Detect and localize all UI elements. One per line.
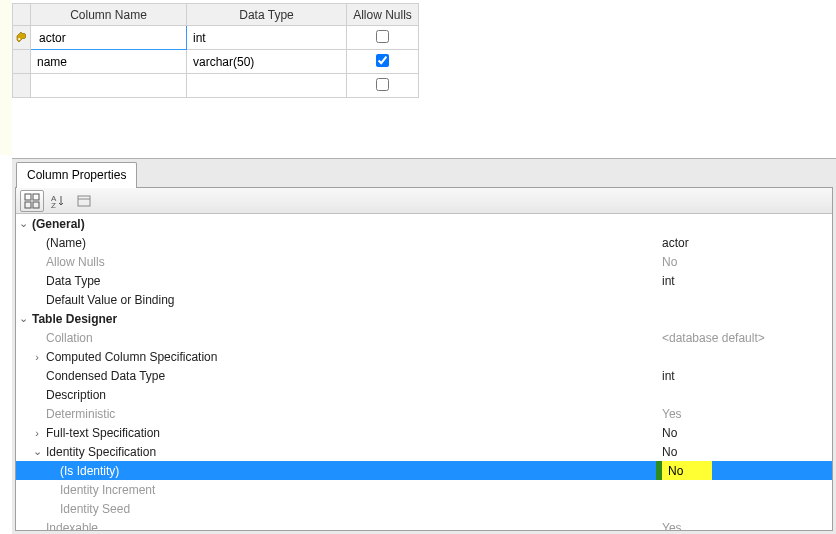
prop-label: Collation [44,331,656,345]
allow-nulls-checkbox[interactable] [376,54,389,67]
categorized-icon [24,193,40,209]
prop-value[interactable]: No [656,445,832,459]
cell-allow-nulls[interactable] [347,50,419,74]
cell-data-type[interactable]: varchar(50) [187,50,347,74]
svg-rect-4 [33,202,39,208]
prop-label: Description [44,388,656,402]
prop-condensed-type[interactable]: Condensed Data Type int [16,366,832,385]
prop-collation[interactable]: Collation <database default> [16,328,832,347]
prop-identity-increment[interactable]: Identity Increment [16,480,832,499]
prop-deterministic[interactable]: Deterministic Yes [16,404,832,423]
prop-is-identity[interactable]: (Is Identity) No [16,461,832,480]
prop-identity-spec[interactable]: ⌄ Identity Specification No [16,442,832,461]
prop-identity-seed[interactable]: Identity Seed [16,499,832,518]
svg-rect-1 [25,194,31,200]
prop-label: Computed Column Specification [44,350,656,364]
prop-fulltext[interactable]: › Full-text Specification No [16,423,832,442]
prop-name[interactable]: (Name) actor [16,233,832,252]
cell-column-name[interactable]: name [31,50,187,74]
svg-rect-3 [25,202,31,208]
categorized-button[interactable] [20,190,44,212]
svg-point-0 [18,38,20,40]
prop-label: Identity Specification [44,445,656,459]
prop-value[interactable]: <database default> [656,331,832,345]
prop-label: Default Value or Binding [44,293,656,307]
prop-label: Indexable [44,521,656,531]
header-allow-nulls[interactable]: Allow Nulls [347,4,419,26]
tab-column-properties[interactable]: Column Properties [16,162,137,188]
prop-value[interactable]: Yes [656,407,832,421]
prop-value[interactable]: int [656,369,832,383]
column-properties-panel: Column Properties AZ ⌄ (General) (Name) … [12,158,836,534]
cell-data-type[interactable] [187,74,347,98]
prop-value[interactable]: No [662,461,712,480]
left-gutter [0,0,12,155]
header-column-name[interactable]: Column Name [31,4,187,26]
cell-allow-nulls[interactable] [347,26,419,50]
prop-value[interactable]: Yes [656,521,832,531]
table-row[interactable] [13,74,419,98]
column-name-input[interactable] [37,27,180,49]
properties-container: AZ ⌄ (General) (Name) actor Allow Nulls … [15,187,833,531]
svg-rect-7 [78,196,90,206]
category-label: (General) [30,217,656,231]
columns-table[interactable]: Column Name Data Type Allow Nulls int na… [12,3,419,98]
collapse-icon[interactable]: ⌄ [30,445,44,458]
prop-allow-nulls[interactable]: Allow Nulls No [16,252,832,271]
category-label: Table Designer [30,312,656,326]
category-table-designer[interactable]: ⌄ Table Designer [16,309,832,328]
cell-allow-nulls[interactable] [347,74,419,98]
row-header-blank [13,4,31,26]
prop-label: (Is Identity) [58,464,656,478]
table-row[interactable]: name varchar(50) [13,50,419,74]
prop-label: Data Type [44,274,656,288]
alphabetical-button[interactable]: AZ [46,190,70,212]
prop-description[interactable]: Description [16,385,832,404]
column-designer-grid: Column Name Data Type Allow Nulls int na… [0,0,836,155]
category-general[interactable]: ⌄ (General) [16,214,832,233]
prop-label: Deterministic [44,407,656,421]
prop-label: Identity Increment [58,483,656,497]
svg-text:Z: Z [51,201,56,209]
prop-label: Full-text Specification [44,426,656,440]
prop-value-wrap[interactable]: No [656,461,712,480]
prop-label: Allow Nulls [44,255,656,269]
prop-value[interactable]: No [656,426,832,440]
property-pages-button[interactable] [72,190,96,212]
svg-rect-2 [33,194,39,200]
allow-nulls-checkbox[interactable] [376,78,389,91]
prop-label: (Name) [44,236,656,250]
prop-default-value[interactable]: Default Value or Binding [16,290,832,309]
pages-icon [76,193,92,209]
allow-nulls-checkbox[interactable] [376,30,389,43]
prop-computed-column[interactable]: › Computed Column Specification [16,347,832,366]
expand-icon[interactable]: › [30,427,44,439]
sort-az-icon: AZ [50,193,66,209]
row-selector[interactable] [13,74,31,98]
prop-value[interactable]: int [656,274,832,288]
expand-icon[interactable]: › [30,351,44,363]
property-grid[interactable]: ⌄ (General) (Name) actor Allow Nulls No … [16,214,832,530]
prop-value[interactable]: actor [656,236,832,250]
collapse-icon[interactable]: ⌄ [16,312,30,325]
tab-bar: Column Properties [12,159,836,187]
collapse-icon[interactable]: ⌄ [16,217,30,230]
prop-indexable[interactable]: Indexable Yes [16,518,832,530]
primary-key-icon [15,29,29,43]
prop-value[interactable]: No [656,255,832,269]
prop-label: Identity Seed [58,502,656,516]
cell-column-name[interactable] [31,26,187,50]
properties-toolbar: AZ [16,188,832,214]
row-selector[interactable] [13,50,31,74]
cell-column-name[interactable] [31,74,187,98]
table-row[interactable]: int [13,26,419,50]
row-selector-key[interactable] [13,26,31,50]
cell-data-type[interactable]: int [187,26,347,50]
prop-label: Condensed Data Type [44,369,656,383]
prop-data-type[interactable]: Data Type int [16,271,832,290]
header-data-type[interactable]: Data Type [187,4,347,26]
